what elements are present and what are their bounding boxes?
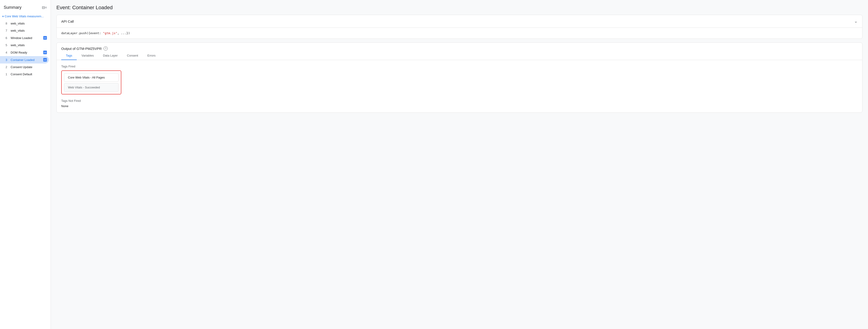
code-icon: </> — [43, 58, 47, 62]
item-label: web_vitals — [11, 43, 47, 47]
sidebar-item-8[interactable]: 8 web_vitals — [0, 20, 49, 27]
sidebar-item-4[interactable]: 4 DOM Ready </> — [0, 49, 49, 56]
item-label: DOM Ready — [11, 51, 41, 54]
api-code-suffix: , ...}) — [117, 31, 130, 35]
item-label: web_vitals — [11, 29, 47, 32]
sidebar-item-3[interactable]: 3 Container Loaded </> — [0, 56, 49, 64]
sidebar-summary-header: Summary ⊟= — [0, 2, 51, 13]
tags-fired-label: Tags Fired — [61, 65, 858, 68]
sidebar-item-1[interactable]: 1 Consent Default — [0, 71, 49, 78]
item-num: 2 — [5, 65, 9, 69]
api-call-header[interactable]: API Call ⌄ — [57, 15, 862, 28]
tag-item-web-vitals-succeeded[interactable]: Web Vitals - Succeeded — [64, 83, 119, 92]
tags-fired-box: Core Web Vitals - All Pages Web Vitals -… — [61, 70, 121, 94]
sidebar-group-label: Core Web Vitals measurem... — [5, 14, 44, 18]
api-code-string: "gtm.js" — [103, 31, 117, 35]
api-call-label: API Call — [61, 20, 74, 23]
output-header: Output of GTM-PMZ5VPR ? — [57, 43, 862, 51]
sidebar-item-7[interactable]: 7 web_vitals — [0, 27, 49, 34]
tabs-bar: Tags Variables Data Layer Consent Errors — [57, 52, 862, 60]
item-num: 8 — [5, 22, 9, 25]
api-code-prefix: dataLayer.push({event: — [61, 31, 103, 35]
item-num: 1 — [5, 72, 9, 76]
sidebar-item-5[interactable]: 5 web_vitals — [0, 41, 49, 49]
output-title: Output of GTM-PMZ5VPR — [61, 46, 102, 51]
filter-icon[interactable]: ⊟= — [42, 5, 47, 10]
output-card: Output of GTM-PMZ5VPR ? Tags Variables D… — [56, 42, 863, 113]
tab-data-layer[interactable]: Data Layer — [98, 52, 122, 60]
tab-content: Tags Fired Core Web Vitals - All Pages W… — [57, 60, 862, 112]
tab-tags[interactable]: Tags — [61, 52, 77, 60]
help-icon[interactable]: ? — [103, 46, 108, 51]
chevron-down-icon: ⌄ — [854, 19, 858, 24]
main-content: Event: Container Loaded API Call ⌄ dataL… — [51, 0, 868, 329]
item-num: 5 — [5, 43, 9, 47]
code-icon: </> — [43, 51, 47, 54]
item-label: web_vitals — [11, 22, 47, 25]
sidebar-item-2[interactable]: 2 Consent Update — [0, 64, 49, 71]
item-num: 6 — [5, 36, 9, 40]
tab-consent[interactable]: Consent — [122, 52, 143, 60]
sidebar: Summary ⊟= ▾ Core Web Vitals measurem...… — [0, 0, 51, 329]
item-label: Window Loaded — [11, 36, 41, 40]
item-label: Container Loaded — [11, 58, 41, 62]
api-call-body: dataLayer.push({event: "gtm.js", ...}) — [57, 28, 862, 38]
item-num: 4 — [5, 51, 9, 54]
sidebar-group[interactable]: ▾ Core Web Vitals measurem... — [0, 13, 51, 20]
code-icon: </> — [43, 36, 47, 40]
api-call-card: API Call ⌄ dataLayer.push({event: "gtm.j… — [56, 15, 863, 39]
item-label: Consent Update — [11, 65, 47, 69]
item-label: Consent Default — [11, 72, 47, 76]
chevron-icon: ▾ — [2, 15, 4, 18]
tags-not-fired-value: None — [61, 104, 858, 108]
tab-variables[interactable]: Variables — [77, 52, 98, 60]
page-title: Event: Container Loaded — [56, 5, 863, 11]
tag-item-core-web-vitals[interactable]: Core Web Vitals - All Pages — [64, 73, 119, 82]
sidebar-item-6[interactable]: 6 Window Loaded </> — [0, 34, 49, 41]
summary-label: Summary — [4, 5, 22, 10]
tab-errors[interactable]: Errors — [143, 52, 160, 60]
item-num: 7 — [5, 29, 9, 32]
tags-not-fired-label: Tags Not Fired — [61, 99, 858, 102]
item-num: 3 — [5, 58, 9, 62]
